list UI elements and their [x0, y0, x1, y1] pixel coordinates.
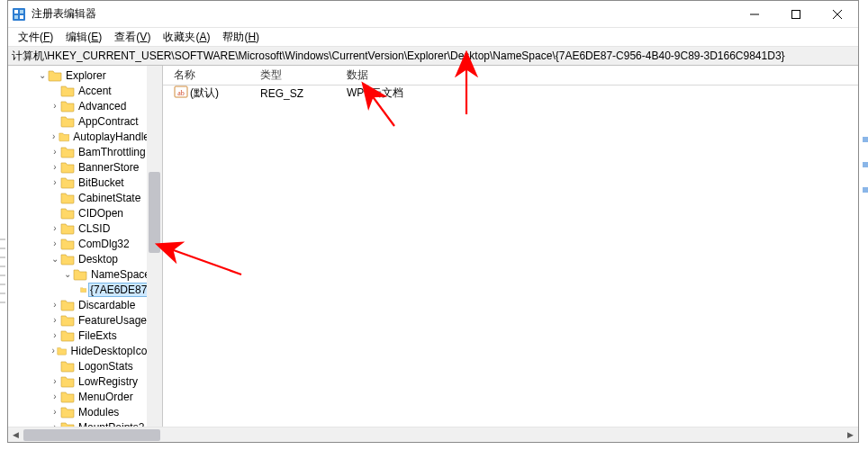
svg-text:ab: ab — [177, 89, 185, 97]
column-name[interactable]: 名称 — [168, 68, 255, 83]
values-pane: 名称 类型 数据 ab(默认)REG_SZWPS云文档 — [163, 66, 858, 427]
tree-label: AppContract — [77, 115, 140, 128]
tree-label: NameSpace — [89, 268, 152, 281]
maximize-button[interactable] — [775, 1, 817, 28]
column-data[interactable]: 数据 — [341, 68, 858, 83]
menubar: 文件(F) 编辑(E) 查看(V) 收藏夹(A) 帮助(H) — [8, 28, 858, 47]
tree-twisty[interactable]: › — [50, 162, 60, 172]
tree-label: Discardable — [77, 299, 137, 311]
tree-label: Explorer — [64, 69, 108, 82]
tree-twisty[interactable]: › — [50, 376, 60, 386]
tree-label: CLSID — [77, 222, 112, 235]
tree-node[interactable]: ⌄NameSpace — [8, 266, 162, 282]
tree-node[interactable]: ›FileExts — [8, 328, 162, 343]
tree-twisty[interactable]: › — [50, 330, 60, 340]
tree-twisty[interactable]: ⌄ — [50, 254, 60, 264]
hscroll-track[interactable] — [23, 428, 843, 443]
hscroll-thumb[interactable] — [23, 429, 160, 441]
registry-editor-window: 注册表编辑器 文件(F) 编辑(E) 查看(V) 收藏夹(A) 帮助(H) 计算… — [7, 0, 859, 443]
tree-twisty[interactable]: › — [50, 177, 60, 187]
tree-twisty[interactable]: › — [50, 238, 60, 248]
tree-label: Desktop — [77, 253, 120, 266]
tree-node[interactable]: ›Discardable — [8, 297, 162, 312]
tree-pane: ⌄ExplorerAccent›AdvancedAppContract›Auto… — [8, 66, 163, 427]
tree-label: FeatureUsage — [77, 314, 149, 327]
main-split: ⌄ExplorerAccent›AdvancedAppContract›Auto… — [8, 66, 858, 427]
tree-node[interactable]: ›BitBucket — [8, 175, 162, 190]
svg-rect-3 — [14, 15, 18, 19]
tree-vertical-scrollbar[interactable] — [147, 66, 162, 427]
tree-twisty[interactable]: › — [50, 223, 60, 233]
tree-node[interactable]: ›ComDlg32 — [8, 236, 162, 251]
tree-node[interactable]: LogonStats — [8, 358, 162, 374]
address-bar[interactable]: 计算机\HKEY_CURRENT_USER\SOFTWARE\Microsoft… — [8, 47, 858, 66]
hscroll-left-button[interactable]: ◀ — [8, 428, 23, 443]
tree-node[interactable]: Accent — [8, 83, 162, 98]
close-button[interactable] — [817, 1, 858, 28]
tree-node[interactable]: ›BannerStore — [8, 159, 162, 175]
tree-twisty[interactable]: ⌄ — [37, 70, 48, 80]
value-name-cell: ab(默认) — [168, 85, 255, 102]
tree-label: LowRegistry — [77, 375, 140, 388]
tree-twisty[interactable]: › — [50, 300, 60, 310]
tree-twisty[interactable]: ⌄ — [62, 269, 73, 279]
tree-label: FileExts — [77, 329, 119, 342]
tree-label: BitBucket — [77, 176, 126, 189]
tree-node[interactable]: ⌄Explorer — [8, 68, 162, 83]
svg-rect-4 — [20, 15, 23, 19]
tree-node[interactable]: ›FeatureUsage — [8, 312, 162, 328]
menu-edit[interactable]: 编辑(E) — [59, 28, 108, 47]
tree-label: Accent — [77, 85, 113, 97]
menu-favorites[interactable]: 收藏夹(A) — [157, 28, 216, 47]
tree-node[interactable]: ›HideDesktopIcons — [8, 343, 162, 358]
menu-file[interactable]: 文件(F) — [12, 28, 59, 47]
value-data: WPS云文档 — [341, 86, 858, 101]
tree-node[interactable]: ›LowRegistry — [8, 374, 162, 389]
minimize-button[interactable] — [734, 1, 775, 28]
svg-rect-1 — [14, 10, 18, 14]
column-type[interactable]: 类型 — [255, 68, 341, 83]
menu-help[interactable]: 帮助(H) — [216, 28, 266, 47]
tree-node[interactable]: ›CLSID — [8, 220, 162, 236]
tree-node[interactable]: ⌄Desktop — [8, 251, 162, 266]
tree-node[interactable]: ›Modules — [8, 404, 162, 419]
tree-label: BamThrottling — [77, 146, 148, 158]
tree-node[interactable]: ›AutoplayHandlers — [8, 129, 162, 144]
hscroll-right-button[interactable]: ▶ — [843, 428, 858, 443]
menu-view-label: 查看(V) — [114, 31, 150, 43]
menu-file-label: 文件(F) — [18, 31, 53, 43]
tree-twisty[interactable]: › — [50, 392, 60, 401]
tree-twisty[interactable]: › — [50, 346, 57, 356]
menu-view[interactable]: 查看(V) — [108, 28, 157, 47]
tree-label: CIDOpen — [77, 207, 125, 220]
values-body: ab(默认)REG_SZWPS云文档 — [163, 86, 858, 427]
tree-label: Advanced — [77, 100, 128, 112]
tree-label: MenuOrder — [77, 391, 135, 403]
tree-node[interactable]: ›BamThrottling — [8, 144, 162, 159]
tree-label: CabinetState — [77, 192, 142, 204]
tree-scroll[interactable]: ⌄ExplorerAccent›AdvancedAppContract›Auto… — [8, 66, 162, 427]
tree-node[interactable]: {7AE6DE87-C — [8, 282, 162, 297]
value-row[interactable]: ab(默认)REG_SZWPS云文档 — [163, 86, 858, 101]
menu-edit-label: 编辑(E) — [66, 31, 102, 43]
tree-node[interactable]: CabinetState — [8, 190, 162, 205]
window-title: 注册表编辑器 — [32, 6, 96, 22]
menu-favorites-label: 收藏夹(A) — [163, 31, 210, 43]
tree-node[interactable]: ›Advanced — [8, 98, 162, 113]
string-value-icon: ab — [174, 85, 190, 102]
tree-node[interactable]: CIDOpen — [8, 205, 162, 220]
tree-twisty[interactable]: › — [50, 131, 59, 141]
tree-node[interactable]: ›MenuOrder — [8, 389, 162, 404]
tree-twisty[interactable]: › — [50, 101, 60, 111]
tree-node[interactable]: ›MountPoints2 — [8, 419, 162, 427]
tree-twisty[interactable]: › — [50, 407, 60, 417]
tree-label: LogonStats — [77, 360, 135, 373]
tree-twisty[interactable]: › — [50, 147, 60, 157]
tree-twisty[interactable]: › — [50, 422, 60, 427]
tree-scroll-thumb[interactable] — [149, 172, 160, 253]
tree-label: Modules — [77, 406, 121, 418]
tree-node[interactable]: AppContract — [8, 113, 162, 129]
horizontal-scrollbar[interactable]: ◀ ▶ — [8, 427, 858, 442]
tree-label: BannerStore — [77, 161, 140, 174]
tree-twisty[interactable]: › — [50, 315, 60, 325]
